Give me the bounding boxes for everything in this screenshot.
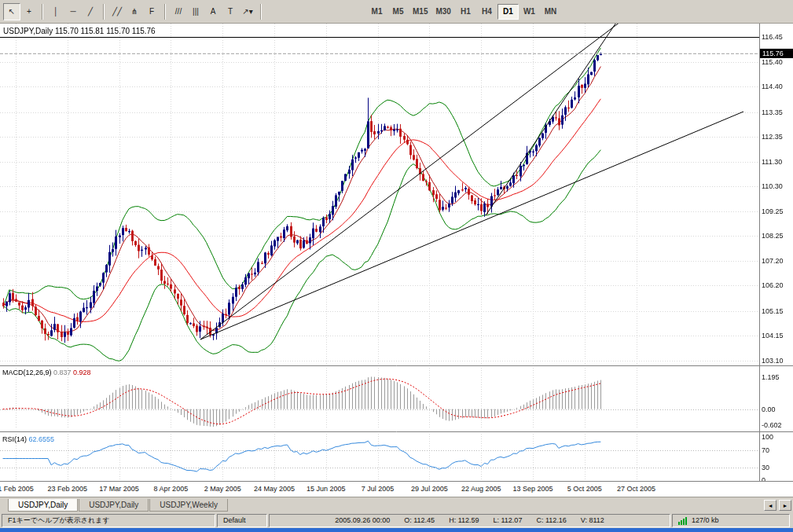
chart-tab[interactable]: USDJPY,Daily — [8, 499, 78, 512]
traffic-counter: 127/0 kb — [692, 515, 719, 526]
fibonacci-retracement-tool[interactable]: F — [143, 3, 160, 20]
chart-tab[interactable]: USDJPY,Daily — [79, 499, 149, 512]
price-axis-label: 106.20 — [762, 281, 784, 289]
time-axis[interactable]: 1 Feb 200523 Feb 200517 Mar 20058 Apr 20… — [0, 481, 793, 497]
rsi-name: RSI(14) — [2, 435, 27, 443]
hover-low: L: 112.07 — [494, 515, 523, 526]
time-axis-label: 17 Mar 2005 — [94, 485, 145, 493]
price-axis-label: 111.30 — [762, 158, 782, 166]
macd-axis-label: 1.195 — [762, 373, 780, 381]
toolbar-separator — [42, 4, 43, 20]
price-axis-label: 109.25 — [762, 207, 784, 215]
chart-title: USDJPY,Daily 115.70 115.81 115.70 115.76 — [3, 27, 156, 35]
arrows-tool[interactable]: ↗▾ — [239, 3, 256, 20]
vertical-bars-tool[interactable]: ||| — [187, 3, 204, 20]
text-tool[interactable]: A — [204, 3, 222, 20]
timeframe-toolbar: M1M5M15M30H1H4D1W1MN — [366, 4, 561, 20]
time-axis-label: 15 Jun 2005 — [301, 485, 351, 493]
toolbar: ↖+│─╱╱╱⋔F///|||AT↗▾ M1M5M15M30H1H4D1W1MN — [0, 0, 793, 24]
time-axis-label: 29 Jul 2005 — [404, 485, 454, 493]
timeframe-h1-button[interactable]: H1 — [455, 4, 476, 20]
vertical-line-tool[interactable]: │ — [47, 3, 64, 20]
timeframe-d1-button[interactable]: D1 — [497, 4, 519, 20]
price-axis-label: 110.30 — [762, 182, 783, 190]
macd-axis-label: 0.00 — [762, 405, 776, 413]
connection-signal-icon — [678, 516, 687, 525]
price-axis-label: 103.10 — [762, 357, 784, 365]
chart-tabs: USDJPY,DailyUSDJPY,DailyUSDJPY,Weekly — [8, 499, 229, 512]
time-axis-label: 7 Jul 2005 — [353, 485, 403, 493]
rsi-indicator-label: RSI(14) 62.6555 — [2, 435, 54, 443]
status-hover-info: 2005.09.26 00:00 O: 112.45 H: 112.59 L: … — [269, 514, 670, 527]
chart-symbol-label: USDJPY,Daily — [3, 27, 53, 35]
hover-open: O: 112.45 — [404, 515, 435, 526]
chart-tab-bar: USDJPY,DailyUSDJPY,DailyUSDJPY,Weekly ◄ … — [0, 497, 793, 512]
status-connection: 127/0 kb — [672, 514, 790, 527]
toolbar-separator — [164, 4, 166, 20]
equidistant-channel-tool[interactable]: ╱╱ — [108, 3, 126, 20]
time-axis-label: 27 Oct 2005 — [611, 485, 662, 493]
hover-high: H: 112.59 — [449, 515, 479, 526]
hover-time: 2005.09.26 00:00 — [335, 515, 390, 526]
price-axis-label: 114.40 — [762, 83, 783, 90]
hover-volume: V: 8112 — [581, 515, 604, 526]
tab-scroll-buttons: ◄ ► — [764, 500, 791, 511]
status-profile: Default — [217, 514, 267, 527]
price-axis-label: 105.15 — [762, 307, 784, 315]
chart-tab[interactable]: USDJPY,Weekly — [149, 499, 228, 512]
time-axis-label: 2 May 2005 — [197, 485, 248, 493]
timeframe-m30-button[interactable]: M30 — [431, 4, 454, 20]
time-axis-label: 5 Oct 2005 — [560, 485, 610, 493]
horizontal-line-tool[interactable]: ─ — [64, 3, 82, 20]
tab-scroll-left-button[interactable]: ◄ — [764, 500, 776, 511]
macd-axis-label: -0.602 — [762, 421, 782, 429]
trendline-tool[interactable]: ╱ — [82, 3, 99, 20]
price-axis-label: 108.25 — [762, 232, 784, 240]
toolbar-separator — [260, 4, 262, 20]
tab-scroll-right-button[interactable]: ► — [779, 500, 791, 511]
parallel-lines-tool[interactable]: /// — [170, 3, 187, 20]
text-label-tool[interactable]: T — [222, 3, 239, 20]
rsi-axis-label: 100 — [762, 433, 773, 441]
crosshair-tool[interactable]: + — [20, 3, 38, 20]
chart-ohlc-values: 115.70 115.81 115.70 115.76 — [55, 27, 156, 35]
chart-canvas[interactable] — [0, 24, 793, 481]
price-axis-label: 116.45 — [762, 33, 783, 41]
status-bar: F1キーでヘルプが表示されます Default 2005.09.26 00:00… — [0, 512, 793, 528]
timeframe-m5-button[interactable]: M5 — [387, 4, 409, 20]
mt4-window: ↖+│─╱╱╱⋔F///|||AT↗▾ M1M5M15M30H1H4D1W1MN… — [0, 0, 793, 532]
macd-indicator-label: MACD(12,26,9) 0.837 0.928 — [2, 369, 91, 376]
price-axis[interactable]: 115.76 116.45115.40114.40113.35112.35111… — [760, 0, 793, 532]
drawing-toolbar: ↖+│─╱╱╱⋔F///|||AT↗▾ — [3, 3, 266, 20]
time-axis-label: 23 Feb 2005 — [42, 485, 93, 493]
time-axis-label: 24 May 2005 — [249, 485, 299, 493]
status-help-text: F1キーでヘルプが表示されます — [2, 514, 215, 527]
timeframe-mn-button[interactable]: MN — [540, 4, 561, 20]
hover-close: C: 112.16 — [536, 515, 566, 526]
timeframe-h4-button[interactable]: H4 — [476, 4, 497, 20]
rsi-axis-label: 30 — [762, 464, 769, 471]
price-axis-label: 107.20 — [762, 257, 784, 265]
time-axis-label: 8 Apr 2005 — [145, 485, 196, 493]
time-axis-label: 1 Feb 2005 — [0, 485, 41, 493]
macd-name: MACD(12,26,9) — [2, 369, 52, 376]
price-axis-label: 112.35 — [762, 133, 783, 141]
macd-signal-value: 0.928 — [73, 369, 91, 376]
time-axis-label: 13 Sep 2005 — [508, 485, 558, 493]
bid-price-badge: 115.76 — [760, 49, 793, 58]
timeframe-m1-button[interactable]: M1 — [366, 4, 387, 20]
time-axis-label: 22 Aug 2005 — [456, 485, 506, 493]
andrews-pitchfork-tool[interactable]: ⋔ — [126, 3, 143, 20]
rsi-value: 62.6555 — [29, 435, 55, 443]
rsi-axis-label: 70 — [762, 446, 769, 454]
price-axis-label: 113.35 — [762, 108, 783, 116]
toolbar-separator — [103, 4, 105, 20]
taskbar-edge — [0, 528, 793, 532]
macd-main-value: 0.837 — [53, 369, 72, 376]
timeframe-w1-button[interactable]: W1 — [519, 4, 540, 20]
price-axis-label: 115.40 — [762, 58, 783, 66]
timeframe-m15-button[interactable]: M15 — [409, 4, 431, 20]
price-axis-label: 104.15 — [762, 332, 784, 339]
cursor-tool[interactable]: ↖ — [3, 3, 20, 20]
chart-area: USDJPY,Daily 115.70 115.81 115.70 115.76… — [0, 24, 793, 481]
